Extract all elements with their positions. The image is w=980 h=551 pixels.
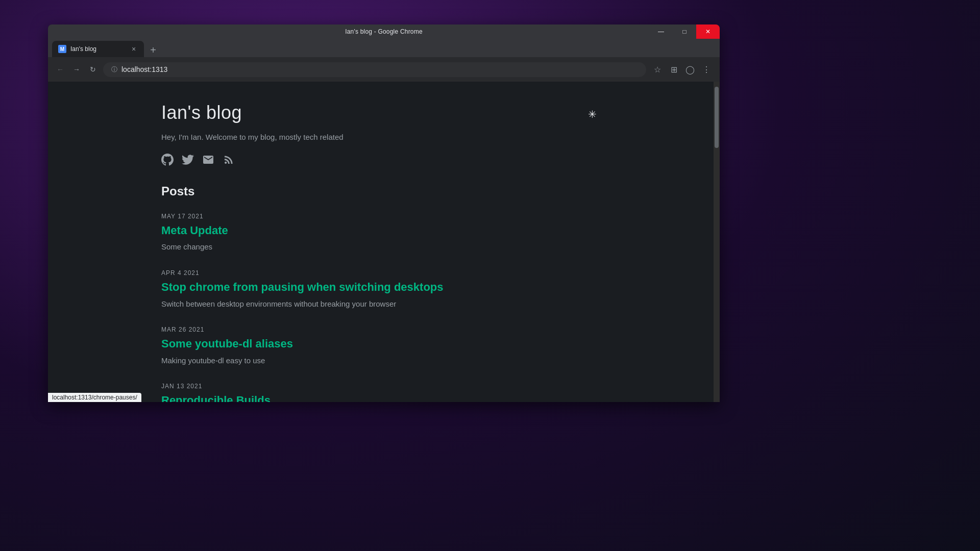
new-tab-button[interactable]: +	[146, 43, 160, 57]
posts-heading: Posts	[161, 184, 600, 198]
maximize-button[interactable]: □	[673, 24, 696, 39]
post-item: MAR 26 2021 Some youtube-dl aliases Maki…	[161, 326, 600, 366]
chrome-window: Ian's blog - Google Chrome — □ ✕ M Ian's…	[48, 24, 720, 402]
post-item: JAN 13 2021 Reproducible Builds Why are …	[161, 383, 600, 402]
post-date: MAY 17 2021	[161, 213, 600, 220]
tab-bar: M Ian's blog × +	[48, 39, 720, 57]
scrollbar[interactable]	[714, 82, 720, 402]
close-button[interactable]: ✕	[696, 24, 720, 39]
post-item: MAY 17 2021 Meta Update Some changes	[161, 213, 600, 253]
window-title: Ian's blog - Google Chrome	[345, 28, 423, 35]
status-url: localhost:1313/chrome-pauses/	[52, 394, 137, 401]
scrollbar-thumb[interactable]	[715, 87, 719, 148]
post-description: Switch between desktop environments with…	[161, 298, 600, 310]
minimize-button[interactable]: —	[649, 24, 673, 39]
post-title-link[interactable]: Stop chrome from pausing when switching …	[161, 280, 600, 295]
security-icon: ⓘ	[111, 65, 117, 74]
forward-button[interactable]: →	[70, 63, 83, 76]
title-bar: Ian's blog - Google Chrome — □ ✕	[48, 24, 720, 39]
toolbar-icons: ☆ ⊞ ◯ ⋮	[650, 62, 714, 77]
url-display: localhost:1313	[121, 65, 167, 73]
post-date: JAN 13 2021	[161, 383, 600, 390]
window-controls: — □ ✕	[649, 24, 720, 39]
active-tab[interactable]: M Ian's blog ×	[52, 41, 144, 57]
tab-title: Ian's blog	[70, 45, 126, 53]
post-item: APR 4 2021 Stop chrome from pausing when…	[161, 269, 600, 310]
tab-close-button[interactable]: ×	[130, 45, 138, 53]
bookmark-button[interactable]: ☆	[650, 62, 665, 77]
post-date: MAR 26 2021	[161, 326, 600, 333]
rss-link[interactable]	[223, 154, 235, 166]
profile-button[interactable]: ◯	[683, 62, 697, 77]
post-date: APR 4 2021	[161, 269, 600, 277]
social-icons	[161, 154, 600, 166]
menu-button[interactable]: ⋮	[699, 62, 714, 77]
post-title-link[interactable]: Some youtube-dl aliases	[161, 336, 600, 352]
address-input[interactable]: ⓘ localhost:1313	[103, 62, 646, 77]
post-description: Making youtube-dl easy to use	[161, 355, 600, 367]
theme-toggle-button[interactable]: ✳	[584, 106, 600, 122]
twitter-link[interactable]	[182, 154, 194, 166]
status-bar: localhost:1313/chrome-pauses/	[48, 393, 141, 402]
post-description: Some changes	[161, 241, 600, 253]
email-link[interactable]	[202, 154, 214, 166]
back-button[interactable]: ←	[54, 63, 66, 76]
blog-header: Ian's blog ✳	[161, 102, 600, 123]
reload-button[interactable]: ↻	[87, 63, 99, 76]
page-scroll-area[interactable]: Ian's blog ✳ Hey, I'm Ian. Welcome to my…	[48, 82, 714, 402]
extension-button[interactable]: ⊞	[667, 62, 681, 77]
tab-favicon: M	[58, 45, 66, 53]
blog-subtitle: Hey, I'm Ian. Welcome to my blog, mostly…	[161, 132, 600, 143]
github-link[interactable]	[161, 154, 174, 166]
blog-title: Ian's blog	[161, 102, 242, 123]
post-title-link[interactable]: Meta Update	[161, 223, 600, 239]
blog-container: Ian's blog ✳ Hey, I'm Ian. Welcome to my…	[151, 82, 610, 402]
address-bar: ← → ↻ ⓘ localhost:1313 ☆ ⊞ ◯ ⋮	[48, 57, 720, 82]
post-title-link[interactable]: Reproducible Builds	[161, 393, 600, 402]
page-content: Ian's blog ✳ Hey, I'm Ian. Welcome to my…	[48, 82, 720, 402]
